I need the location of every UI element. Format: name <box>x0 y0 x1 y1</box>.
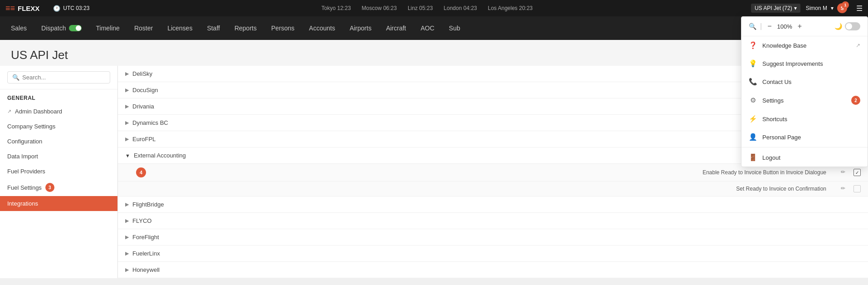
arrow-icon: ▶ <box>125 234 129 240</box>
shortcuts-icon: ⚡ <box>749 115 757 123</box>
tree-child-set-ready: Set Ready to Invoice on Confirmation ✏ <box>118 182 868 197</box>
personal-page-icon: 👤 <box>749 133 757 141</box>
arrow-icon: ▶ <box>125 218 129 224</box>
tree-item-fuelerlinx[interactable]: ▶ FuelerLinx <box>118 246 868 262</box>
dropdown-top-controls: 🔍 | − 100% + 🌙 <box>741 17 868 36</box>
sidebar-item-data-import[interactable]: Data Import <box>0 149 117 164</box>
zoom-icon: 🔍 <box>749 23 756 30</box>
top-bar-right: US API Jet (72) ▾ Simon M ▾ S 1 ☰ <box>751 3 863 13</box>
dropdown-item-shortcuts[interactable]: ⚡ Shortcuts <box>741 110 868 128</box>
arrow-icon: ▶ <box>125 87 129 93</box>
search-input[interactable] <box>22 74 105 81</box>
search-icon: 🔍 <box>12 74 20 81</box>
user-menu[interactable]: Simon M ▾ S 1 <box>806 3 847 13</box>
edit-icon-2[interactable]: ✏ <box>841 185 848 192</box>
nav-item-licenses[interactable]: Licenses <box>160 16 200 40</box>
api-jet-selector[interactable]: US API Jet (72) ▾ <box>751 4 800 13</box>
city-linz: Linz 05:23 <box>408 5 433 11</box>
arrow-icon: ▶ <box>125 201 129 207</box>
dark-mode-toggle[interactable]: 🌙 <box>834 22 860 30</box>
tree-item-foreflight[interactable]: ▶ ForeFlight <box>118 229 868 246</box>
nav-item-persons[interactable]: Persons <box>264 16 302 40</box>
suggest-icon: 💡 <box>749 59 757 68</box>
dropdown-item-contact[interactable]: 📞 Contact Us <box>741 73 868 91</box>
avatar: S 1 <box>837 3 847 13</box>
sidebar-item-integrations[interactable]: Integrations <box>0 196 117 211</box>
tree-item-flyco[interactable]: ▶ FLYCO <box>118 213 868 229</box>
edit-icon[interactable]: ✏ <box>841 169 848 176</box>
user-name: Simon M <box>806 5 827 11</box>
utc-time: 🕐 UTC 03:23 <box>53 5 89 12</box>
sidebar-section-general: General <box>0 89 117 104</box>
arrow-down-icon: ▼ <box>125 153 130 158</box>
nav-item-aoc[interactable]: AOC <box>414 16 442 40</box>
nav-item-airports[interactable]: Airports <box>342 16 379 40</box>
external-accounting-badge: 4 <box>136 167 146 177</box>
dropdown-item-settings[interactable]: ⚙ Settings 2 <box>741 91 868 110</box>
sidebar-item-fuel-providers[interactable]: Fuel Providers <box>0 164 117 179</box>
nav-item-dispatch[interactable]: Dispatch <box>34 16 88 40</box>
city-london: London 04:23 <box>444 5 477 11</box>
hamburger-icon[interactable]: ☰ <box>856 4 863 13</box>
settings-badge: 2 <box>851 96 860 105</box>
nav-item-sales[interactable]: Sales <box>4 16 34 40</box>
zoom-plus-button[interactable]: + <box>796 22 804 30</box>
dropdown-item-logout[interactable]: 🚪 Logout <box>741 148 868 167</box>
nav-bar: Sales Dispatch Timeline Roster Licenses … <box>0 16 868 40</box>
external-link-icon: ↗ <box>7 108 11 114</box>
external-link-icon-kb: ↗ <box>856 42 860 49</box>
nav-item-accounts[interactable]: Accounts <box>302 16 342 40</box>
arrow-icon: ▶ <box>125 136 129 142</box>
search-box[interactable]: 🔍 <box>7 71 110 84</box>
dispatch-toggle-switch[interactable] <box>69 25 82 31</box>
dispatch-toggle[interactable] <box>69 25 82 31</box>
zoom-minus-button[interactable]: − <box>766 22 773 30</box>
city-los-angeles: Los Angeles 20:23 <box>488 5 533 11</box>
city-times: Tokyo 12:23 Moscow 06:23 Linz 05:23 Lond… <box>103 5 751 11</box>
arrow-icon: ▶ <box>125 120 129 126</box>
clock-icon: 🕐 <box>53 5 60 12</box>
user-notification-badge: 1 <box>842 1 849 9</box>
time-value: UTC 03:23 <box>63 5 89 11</box>
city-tokyo: Tokyo 12:23 <box>322 5 351 11</box>
nav-item-reports[interactable]: Reports <box>227 16 264 40</box>
zoom-control: 🔍 | − 100% + <box>749 22 830 30</box>
fuel-settings-badge: 3 <box>45 183 54 192</box>
sidebar-item-fuel-settings[interactable]: Fuel Settings 3 <box>0 179 117 196</box>
dropdown-item-personal-page[interactable]: 👤 Personal Page <box>741 128 868 146</box>
enable-ready-checkbox[interactable] <box>853 169 861 176</box>
nav-item-staff[interactable]: Staff <box>200 16 227 40</box>
dropdown-item-knowledge-base[interactable]: ❓ Knowledge Base ↗ <box>741 36 868 54</box>
dropdown-divider <box>741 147 868 147</box>
chevron-down-icon: ▾ <box>794 5 797 11</box>
sidebar-item-admin-dashboard[interactable]: ↗ Admin Dashboard <box>0 104 117 119</box>
nav-item-sub[interactable]: Sub <box>442 16 468 40</box>
chevron-down-icon-user: ▾ <box>831 5 834 11</box>
settings-icon: ⚙ <box>749 96 757 104</box>
dropdown-item-suggest[interactable]: 💡 Suggest Improvements <box>741 54 868 73</box>
user-dropdown-menu: 🔍 | − 100% + 🌙 ❓ Knowledge Base ↗ 💡 Sugg… <box>741 16 868 167</box>
arrow-icon: ▶ <box>125 71 129 77</box>
nav-item-roster[interactable]: Roster <box>127 16 160 40</box>
sidebar-item-configuration[interactable]: Configuration <box>0 134 117 149</box>
tree-item-flightbridge[interactable]: ▶ FlightBridge <box>118 197 868 213</box>
zoom-value: 100% <box>777 23 792 30</box>
logo[interactable]: ≡≡ FLEXX <box>5 4 39 13</box>
knowledge-base-icon: ❓ <box>749 41 757 49</box>
moon-icon: 🌙 <box>834 23 842 30</box>
sidebar: 🔍 General ↗ Admin Dashboard Company Sett… <box>0 66 118 278</box>
tree-item-honeywell[interactable]: ▶ Honeywell <box>118 262 868 278</box>
arrow-icon: ▶ <box>125 103 129 109</box>
top-bar: ≡≡ FLEXX 🕐 UTC 03:23 Tokyo 12:23 Moscow … <box>0 0 868 16</box>
city-moscow: Moscow 06:23 <box>362 5 397 11</box>
set-ready-checkbox[interactable] <box>853 185 861 192</box>
logo-icon: ≡≡ <box>5 4 15 13</box>
arrow-icon: ▶ <box>125 251 129 256</box>
logo-text: FLEXX <box>18 5 39 12</box>
contact-icon: 📞 <box>749 78 757 86</box>
sidebar-search-container: 🔍 <box>0 66 117 89</box>
nav-item-timeline[interactable]: Timeline <box>89 16 127 40</box>
dark-mode-switch[interactable] <box>845 22 860 30</box>
sidebar-item-company-settings[interactable]: Company Settings <box>0 119 117 134</box>
nav-item-aircraft[interactable]: Aircraft <box>379 16 413 40</box>
